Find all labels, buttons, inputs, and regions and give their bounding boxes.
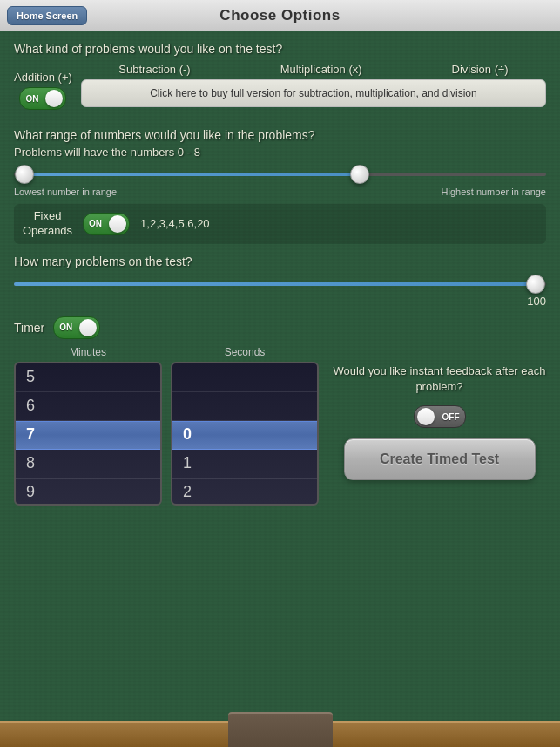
- fixed-operands-toggle[interactable]: ON: [83, 213, 130, 235]
- timer-toggle-label: ON: [59, 323, 72, 332]
- problems-slider-row: [14, 275, 546, 293]
- range-slider-labels: Lowest number in range Highest number in…: [14, 187, 546, 197]
- fixed-operands-row: FixedOperands ON 1,2,3,4,5,6,20: [14, 204, 546, 244]
- range-slider[interactable]: [14, 164, 546, 185]
- page-title: Choose Options: [219, 7, 340, 24]
- seconds-items: 0 1 2: [172, 363, 317, 506]
- timer-toggle-knob: [79, 319, 97, 336]
- seconds-wheel[interactable]: 0 1 2: [171, 362, 319, 506]
- problems-question: How many problems on the test?: [14, 255, 546, 268]
- pickers-area: Minutes 5 6 7 8 9 Seconds: [14, 346, 319, 506]
- range-description: Problems will have the numbers 0 - 8: [14, 146, 546, 159]
- problems-fill: [14, 282, 536, 286]
- problem-count-value: 100: [527, 295, 546, 308]
- seconds-item-4[interactable]: 2: [172, 479, 317, 506]
- minutes-item-3[interactable]: 8: [16, 450, 160, 479]
- low-thumb[interactable]: [15, 165, 34, 184]
- low-range-label: Lowest number in range: [14, 187, 117, 197]
- addition-label: Addition (+): [14, 71, 72, 84]
- minutes-label: Minutes: [70, 346, 106, 358]
- feedback-section: Would you like instant feedback after ea…: [333, 346, 546, 480]
- problems-track: [14, 282, 546, 286]
- wood-ledge: [0, 721, 560, 747]
- buy-banner[interactable]: Click here to buy full version for subtr…: [81, 79, 546, 107]
- timer-row: Timer ON: [14, 316, 546, 339]
- addition-toggle[interactable]: ON: [19, 87, 66, 110]
- range-slider-fill: [24, 173, 360, 176]
- minutes-item-0[interactable]: 5: [16, 363, 160, 392]
- addition-type-item: Addition (+) ON: [14, 71, 72, 110]
- feedback-toggle-knob: [417, 408, 435, 425]
- seconds-item-2[interactable]: 0: [172, 421, 317, 450]
- minutes-picker: Minutes 5 6 7 8 9: [14, 346, 162, 506]
- feedback-question: Would you like instant feedback after ea…: [333, 363, 546, 395]
- minutes-item-1[interactable]: 6: [16, 392, 160, 421]
- seconds-picker: Seconds 0 1 2: [171, 346, 319, 506]
- fixed-operands-label: FixedOperands: [23, 209, 72, 239]
- seconds-label: Seconds: [225, 346, 266, 358]
- home-button[interactable]: Home Screen: [7, 6, 87, 25]
- range-slider-track: [14, 173, 546, 176]
- problems-section: How many problems on the test? 100: [14, 255, 546, 308]
- main-content: What kind of problems would you like on …: [0, 31, 560, 516]
- seconds-item-3[interactable]: 1: [172, 450, 317, 479]
- create-timed-test-button[interactable]: Create Timed Test: [344, 438, 536, 480]
- timer-label: Timer: [14, 321, 44, 335]
- timer-toggle[interactable]: ON: [53, 316, 100, 339]
- seconds-item-1[interactable]: [172, 392, 317, 421]
- division-label: Division (÷): [452, 63, 509, 76]
- minutes-item-4[interactable]: 9: [16, 479, 160, 506]
- subtraction-label: Subtraction (-): [118, 63, 190, 76]
- problem-type-question: What kind of problems would you like on …: [14, 42, 546, 56]
- addition-toggle-label: ON: [25, 94, 38, 104]
- minutes-wheel[interactable]: 5 6 7 8 9: [14, 362, 162, 506]
- feedback-toggle-label: OFF: [442, 412, 460, 422]
- minutes-items: 5 6 7 8 9: [16, 363, 160, 506]
- range-question: What range of numbers would you like in …: [14, 128, 546, 142]
- addition-toggle-knob: [45, 90, 63, 107]
- header-bar: Home Screen Choose Options: [0, 0, 560, 31]
- pickers-feedback-area: Minutes 5 6 7 8 9 Seconds: [14, 346, 546, 506]
- feedback-toggle[interactable]: OFF: [414, 405, 466, 428]
- operands-value: 1,2,3,4,5,6,20: [140, 217, 210, 230]
- minutes-item-2[interactable]: 7: [16, 421, 160, 450]
- seconds-item-0[interactable]: [172, 363, 317, 392]
- problems-thumb[interactable]: [526, 275, 545, 294]
- problem-count-row: 100: [14, 295, 546, 308]
- problem-type-row: Addition (+) ON Subtraction (-) Multipli…: [14, 63, 546, 118]
- fixed-operands-knob: [109, 215, 126, 233]
- multiplication-label: Multiplication (x): [280, 63, 362, 76]
- high-range-label: Highest number in range: [442, 187, 546, 197]
- high-thumb[interactable]: [350, 165, 369, 184]
- eraser: [228, 712, 333, 747]
- fixed-operands-toggle-label: ON: [89, 219, 102, 228]
